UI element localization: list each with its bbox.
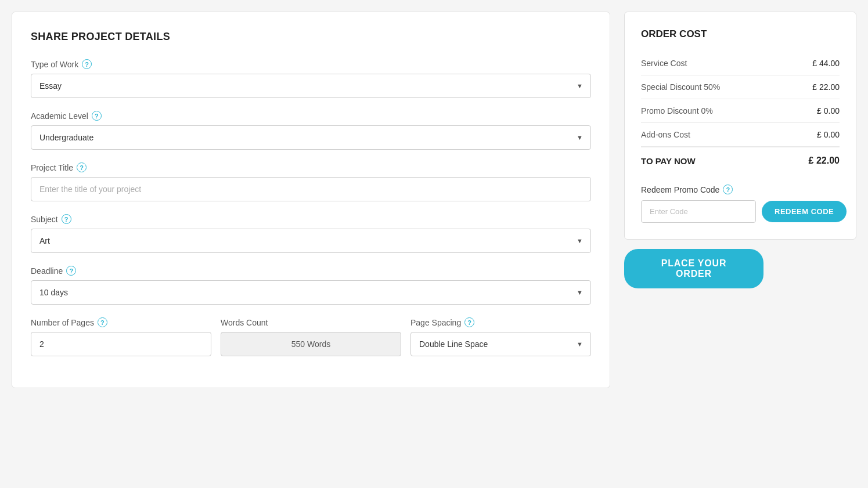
number-of-pages-group: Number of Pages ? (31, 317, 211, 356)
place-order-button[interactable]: PLACE YOUR ORDER (624, 249, 763, 288)
subject-label: Subject ? (31, 214, 591, 224)
deadline-help-icon[interactable]: ? (66, 266, 76, 276)
page-wrapper: SHARE PROJECT DETAILS Type of Work ? Ess… (12, 12, 856, 388)
promo-code-input[interactable] (641, 200, 756, 223)
redeem-code-button[interactable]: REDEEM CODE (762, 201, 847, 222)
cost-row-service: Service Cost £ 44.00 (641, 52, 840, 75)
cost-row-total-amount: £ 22.00 (809, 156, 840, 166)
project-title-input[interactable] (31, 177, 591, 201)
deadline-select[interactable]: 1 day 2 days 3 days 5 days 7 days 10 day… (31, 280, 591, 305)
cost-row-service-label: Service Cost (641, 59, 687, 68)
page-spacing-group: Page Spacing ? Single Line Space Double … (410, 317, 591, 356)
cost-row-promo-discount: Promo Discount 0% £ 0.00 (641, 99, 840, 123)
words-count-group: Words Count 550 Words (221, 318, 401, 356)
cost-card: ORDER COST Service Cost £ 44.00 Special … (624, 12, 856, 240)
page-spacing-select[interactable]: Single Line Space Double Line Space (410, 332, 591, 356)
project-title-help-icon[interactable]: ? (77, 162, 87, 172)
subject-group: Subject ? Art Biology Chemistry Economic… (31, 214, 591, 253)
cost-row-discount-amount: £ 22.00 (812, 82, 840, 92)
cost-row-total: TO PAY NOW £ 22.00 (641, 147, 840, 173)
cost-row-addons-label: Add-ons Cost (641, 130, 690, 139)
subject-select-wrapper: Art Biology Chemistry Economics History … (31, 229, 591, 253)
subject-select[interactable]: Art Biology Chemistry Economics History … (31, 229, 591, 253)
cost-row-addons-amount: £ 0.00 (817, 130, 840, 139)
cost-row-discount-label: Special Discount 50% (641, 82, 720, 92)
type-of-work-label: Type of Work ? (31, 59, 591, 69)
academic-level-select-wrapper: High School Undergraduate Masters PhD (31, 125, 591, 150)
promo-help-icon[interactable]: ? (723, 185, 733, 194)
project-title-group: Project Title ? (31, 162, 591, 201)
cost-row-discount: Special Discount 50% £ 22.00 (641, 75, 840, 99)
subject-help-icon[interactable]: ? (62, 214, 71, 224)
right-panel: ORDER COST Service Cost £ 44.00 Special … (624, 12, 856, 288)
words-count-label: Words Count (221, 318, 401, 327)
cost-row-promo-discount-amount: £ 0.00 (817, 106, 840, 115)
page-spacing-help-icon[interactable]: ? (464, 317, 474, 327)
cost-row-addons: Add-ons Cost £ 0.00 (641, 123, 840, 147)
number-of-pages-input[interactable] (31, 332, 211, 356)
academic-level-help-icon[interactable]: ? (92, 111, 102, 121)
deadline-select-wrapper: 1 day 2 days 3 days 5 days 7 days 10 day… (31, 280, 591, 305)
promo-row: REDEEM CODE (641, 200, 840, 223)
promo-label: Redeem Promo Code ? (641, 185, 840, 194)
place-order-wrapper: PLACE YOUR ORDER (624, 249, 856, 288)
cost-row-service-amount: £ 44.00 (812, 59, 840, 68)
cost-card-title: ORDER COST (641, 28, 840, 40)
type-of-work-group: Type of Work ? Essay Research Paper Diss… (31, 59, 591, 98)
type-of-work-select[interactable]: Essay Research Paper Dissertation Thesis… (31, 74, 591, 98)
page-spacing-select-wrapper: Single Line Space Double Line Space (410, 332, 591, 356)
page-spacing-label: Page Spacing ? (410, 317, 591, 327)
cost-row-total-label: TO PAY NOW (641, 156, 696, 166)
type-of-work-help-icon[interactable]: ? (82, 59, 92, 69)
project-title-label: Project Title ? (31, 162, 591, 172)
promo-section: Redeem Promo Code ? REDEEM CODE (641, 185, 840, 223)
number-of-pages-help-icon[interactable]: ? (98, 317, 107, 327)
deadline-label: Deadline ? (31, 266, 591, 276)
deadline-group: Deadline ? 1 day 2 days 3 days 5 days 7 … (31, 266, 591, 305)
left-panel: SHARE PROJECT DETAILS Type of Work ? Ess… (12, 12, 610, 388)
academic-level-group: Academic Level ? High School Undergradua… (31, 111, 591, 150)
panel-title: SHARE PROJECT DETAILS (31, 31, 591, 43)
academic-level-select[interactable]: High School Undergraduate Masters PhD (31, 125, 591, 150)
cost-row-promo-discount-label: Promo Discount 0% (641, 106, 713, 115)
academic-level-label: Academic Level ? (31, 111, 591, 121)
words-count-display: 550 Words (221, 332, 401, 356)
pages-words-spacing-row: Number of Pages ? Words Count 550 Words … (31, 317, 591, 369)
number-of-pages-label: Number of Pages ? (31, 317, 211, 327)
type-of-work-select-wrapper: Essay Research Paper Dissertation Thesis… (31, 74, 591, 98)
